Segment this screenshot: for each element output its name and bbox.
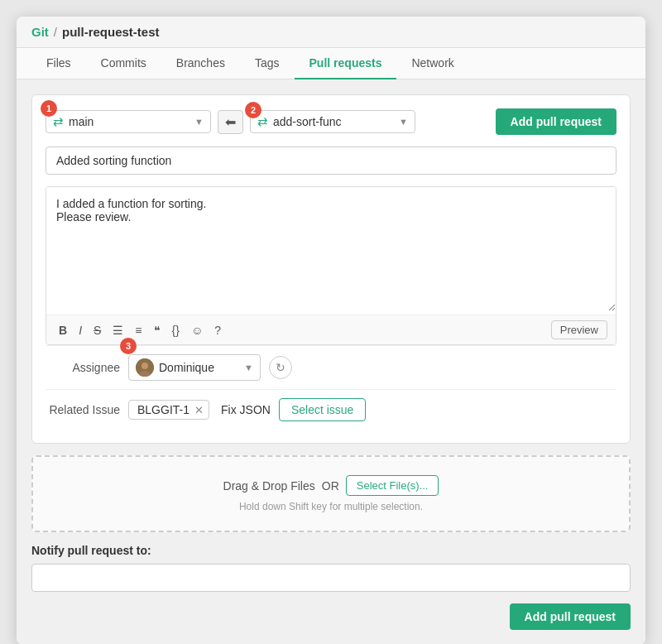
assignee-select[interactable]: Dominique ▼ <box>128 354 261 381</box>
strike-button[interactable]: S <box>89 321 105 339</box>
target-branch-select-wrap[interactable]: ⇄ add-sort-func ▼ <box>250 110 415 133</box>
related-issue-label: Related Issue <box>46 403 120 416</box>
quote-button[interactable]: ❝ <box>150 321 165 339</box>
code-button[interactable]: {} <box>168 321 184 339</box>
source-branch-select[interactable]: main <box>69 115 189 128</box>
or-text: OR <box>322 479 339 493</box>
dropzone-main: Drag & Drop Files OR Select File(s)... <box>48 475 614 496</box>
notify-input[interactable] <box>31 564 631 592</box>
preview-button[interactable]: Preview <box>551 320 607 339</box>
assignee-avatar <box>136 358 154 377</box>
tab-pull-requests[interactable]: Pull requests <box>295 48 397 79</box>
breadcrumb-git: Git <box>31 25 49 39</box>
step-badge-2: 2 <box>245 102 261 118</box>
target-branch-select[interactable]: add-sort-func <box>273 115 394 128</box>
step-badge-1: 1 <box>41 100 57 117</box>
assignee-chevron-icon: ▼ <box>244 363 253 372</box>
add-pull-request-bottom-button[interactable]: Add pull request <box>510 603 631 630</box>
svg-point-1 <box>142 363 148 369</box>
remove-issue-button[interactable]: ✕ <box>194 405 204 416</box>
tab-branches[interactable]: Branches <box>161 48 240 79</box>
breadcrumb-repo: pull-request-test <box>62 25 160 39</box>
notify-section: Notify pull request to: <box>31 544 631 592</box>
bold-button[interactable]: B <box>55 321 71 339</box>
drag-drop-text: Drag & Drop Files <box>223 479 315 493</box>
assignee-label: Assignee <box>46 361 120 374</box>
pr-title-input[interactable] <box>46 147 616 175</box>
tab-commits[interactable]: Commits <box>86 48 161 79</box>
tab-tags[interactable]: Tags <box>240 48 295 79</box>
italic-button[interactable]: I <box>74 321 86 339</box>
source-branch-chevron: ▼ <box>194 117 204 127</box>
issue-tag: BLGGIT-1 ✕ <box>128 400 209 420</box>
add-pull-request-top-button[interactable]: Add pull request <box>496 108 616 135</box>
unordered-list-button[interactable]: ☰ <box>108 321 127 339</box>
main-content: 1 ⇄ main ▼ ⬅ 2 ⇄ <box>17 79 645 644</box>
file-dropzone[interactable]: Drag & Drop Files OR Select File(s)... H… <box>31 455 631 532</box>
select-files-button[interactable]: Select File(s)... <box>346 475 439 496</box>
source-branch-select-wrap[interactable]: ⇄ main ▼ <box>46 110 211 133</box>
description-section: I added a function for sorting. Please r… <box>46 186 616 345</box>
main-window: Git / pull-request-test Files Commits Br… <box>17 17 645 644</box>
swap-branch-button[interactable]: ⬅ <box>218 110 243 134</box>
description-textarea[interactable]: I added a function for sorting. Please r… <box>46 187 616 311</box>
issue-name: Fix JSON <box>221 403 271 416</box>
branch-row: 1 ⇄ main ▼ ⬅ 2 ⇄ <box>46 108 616 135</box>
branch-row-inner: ⇄ main ▼ ⬅ 2 ⇄ add-sort-func <box>46 108 616 135</box>
branch-icon-source: ⇄ <box>53 114 64 129</box>
assignee-name: Dominique <box>159 361 239 374</box>
tab-bar: Files Commits Branches Tags Pull request… <box>17 48 645 79</box>
tab-files[interactable]: Files <box>31 48 86 79</box>
emoji-button[interactable]: ☺ <box>187 321 207 339</box>
dropzone-hint: Hold down Shift key for multiple selecti… <box>48 501 614 512</box>
assignee-row: 3 Assignee Dominique ▼ ↻ <box>46 345 616 389</box>
breadcrumb-sep: / <box>54 25 57 39</box>
ordered-list-button[interactable]: ≡ <box>131 321 146 339</box>
related-issue-row: Related Issue BLGGIT-1 ✕ Fix JSON Select… <box>46 389 616 430</box>
issue-id: BLGGIT-1 <box>137 403 189 416</box>
bottom-button-row: Add pull request <box>31 603 631 630</box>
tab-network[interactable]: Network <box>396 48 468 79</box>
notify-label: Notify pull request to: <box>31 544 631 557</box>
select-issue-button[interactable]: Select issue <box>279 398 366 421</box>
step-badge-3: 3 <box>120 338 137 354</box>
help-button[interactable]: ? <box>210 321 225 339</box>
target-branch-chevron: ▼ <box>399 117 408 127</box>
window-header: Git / pull-request-test <box>17 17 645 48</box>
branch-icon-target: ⇄ <box>257 114 268 129</box>
form-card: 1 ⇄ main ▼ ⬅ 2 ⇄ <box>31 94 631 444</box>
refresh-assignee-button[interactable]: ↻ <box>269 356 292 379</box>
